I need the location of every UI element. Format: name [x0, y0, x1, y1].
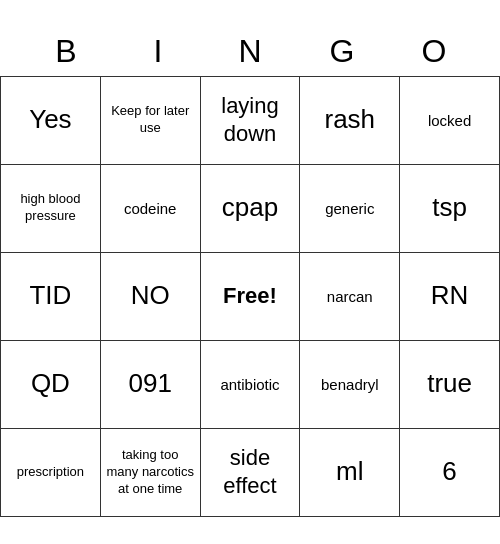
cell-2-1: NO — [100, 252, 200, 340]
cell-2-2: Free! — [200, 252, 300, 340]
cell-1-3: generic — [300, 164, 400, 252]
cell-4-0: prescription — [1, 428, 101, 516]
cell-1-2: cpap — [200, 164, 300, 252]
header-letter-i: I — [112, 27, 204, 76]
header-letter-o: O — [388, 27, 480, 76]
header-letter-n: N — [204, 27, 296, 76]
bingo-header: BINGO — [20, 27, 480, 76]
cell-0-3: rash — [300, 76, 400, 164]
cell-2-3: narcan — [300, 252, 400, 340]
cell-0-4: locked — [400, 76, 500, 164]
cell-4-1: taking too many narcotics at one time — [100, 428, 200, 516]
header-letter-b: B — [20, 27, 112, 76]
grid-row-0: YesKeep for later uselaying downrashlock… — [1, 76, 500, 164]
cell-3-0: QD — [1, 340, 101, 428]
cell-0-0: Yes — [1, 76, 101, 164]
cell-0-1: Keep for later use — [100, 76, 200, 164]
cell-1-4: tsp — [400, 164, 500, 252]
cell-0-2: laying down — [200, 76, 300, 164]
cell-3-3: benadryl — [300, 340, 400, 428]
grid-row-3: QD091antibioticbenadryltrue — [1, 340, 500, 428]
grid-row-1: high blood pressurecodeinecpapgenerictsp — [1, 164, 500, 252]
bingo-grid: YesKeep for later uselaying downrashlock… — [0, 76, 500, 517]
cell-1-0: high blood pressure — [1, 164, 101, 252]
cell-1-1: codeine — [100, 164, 200, 252]
cell-2-4: RN — [400, 252, 500, 340]
cell-4-2: side effect — [200, 428, 300, 516]
cell-4-4: 6 — [400, 428, 500, 516]
cell-3-1: 091 — [100, 340, 200, 428]
cell-3-4: true — [400, 340, 500, 428]
grid-row-4: prescriptiontaking too many narcotics at… — [1, 428, 500, 516]
cell-3-2: antibiotic — [200, 340, 300, 428]
header-letter-g: G — [296, 27, 388, 76]
cell-2-0: TID — [1, 252, 101, 340]
cell-4-3: ml — [300, 428, 400, 516]
grid-row-2: TIDNOFree!narcanRN — [1, 252, 500, 340]
